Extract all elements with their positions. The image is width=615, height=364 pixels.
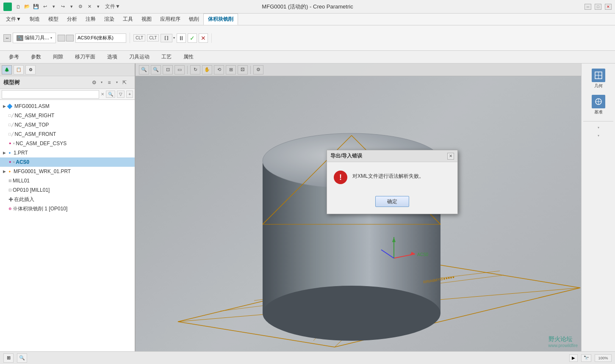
view-icon-1[interactable]: ⟦⟧ [161,34,172,42]
plane-icon-2: □ [8,123,11,127]
toolbar-label: 文件▼ [103,3,120,10]
search-input[interactable] [2,90,99,99]
menu-manufacture[interactable]: 制造 [25,14,44,25]
dialog-ok-button[interactable]: 确定 [375,196,409,207]
plane-icon-1: □ [8,113,11,118]
tab-clearance[interactable]: 间隙 [47,52,69,62]
redo-dropdown-icon[interactable]: ▾ [68,3,75,11]
minimize-button[interactable]: ─ [585,4,591,10]
panel-tab-misc[interactable]: ⚙ [25,65,36,74]
panel-columns-icon[interactable]: ≡ [104,78,114,87]
tree-item-nc-front[interactable]: □ ╱ NC_ASM_FRONT [0,130,135,139]
panel-settings-icon[interactable]: ⚙ [89,78,99,87]
datum-button[interactable]: 基准 [590,93,607,117]
status-search-icon[interactable]: 🔍 [17,353,27,363]
panel-tab-tree[interactable]: 🌲 [2,65,12,74]
panel-settings-dropdown[interactable]: ▾ [101,80,102,84]
tree-item-nc-def-label: NC_ASM_DEF_CSYS [16,141,66,146]
tree-item-nc-right[interactable]: □ ╱ NC_ASM_RIGHT [0,111,135,120]
dialog-close-button[interactable]: ✕ [447,153,454,160]
tab-tool-motion[interactable]: 刀具运动 [124,52,155,62]
title-bar: 🗋 📂 💾 ↩ ▾ ↪ ▾ ⚙ ✕ ▾ 文件▼ MFG0001 (活动的) - … [0,0,615,14]
new-icon[interactable]: 🗋 [14,3,22,11]
filter-icon[interactable]: ▽ [117,91,125,98]
tab-process[interactable]: 工艺 [156,52,177,62]
x-icon-2: × [13,160,15,164]
tree-item-wrk[interactable]: ▶ 🔸 MFG0001_WRK_01.PRT [0,167,135,176]
clot-icon[interactable]: CLT [133,34,145,41]
tree-item-nc-def[interactable]: ✦ × NC_ASM_DEF_CSYS [0,139,135,148]
search-icon[interactable]: 🔍 [106,91,115,98]
expand-icon[interactable]: ▶ [2,104,7,108]
menu-render[interactable]: 渲染 [100,14,119,25]
tool-icons-group [58,35,74,41]
tree-item-insert[interactable]: ➕ 在此插入 [0,195,135,204]
menu-model[interactable]: 模型 [44,14,63,25]
tab-params[interactable]: 参数 [25,52,47,62]
panel-expand-icon[interactable]: ⇱ [119,78,130,87]
panel-tab-bar: 🌲 📋 ⚙ [0,63,135,76]
menu-view[interactable]: 视图 [137,14,156,25]
panel-title: 模型树 [3,79,85,86]
clot2-icon[interactable]: CLT [147,34,159,41]
tree-item-acs0[interactable]: ✦ × ACS0 [0,157,135,167]
tree-item-nc-top[interactable]: □ ╱ NC_ASM_TOP [0,120,135,130]
panel-columns-dropdown[interactable]: ▾ [116,80,118,84]
tab-options[interactable]: 选项 [102,52,123,62]
redo-icon[interactable]: ↪ [59,3,66,11]
menu-file[interactable]: 文件▼ [2,14,25,25]
expand-icon-wrk[interactable]: ▶ [2,169,7,174]
rp-dropdown-1[interactable]: ▾ [598,126,599,130]
tools-icon[interactable]: ⚙ [77,3,84,11]
menu-apps[interactable]: 应用程序 [156,14,185,25]
menu-vol-mill[interactable]: 体积块铣削 [203,14,238,25]
open-icon[interactable]: 📂 [23,3,31,11]
menu-tools[interactable]: 工具 [119,14,137,25]
maximize-button[interactable]: □ [595,4,601,10]
add-icon[interactable]: + [126,91,133,98]
zoom-display[interactable]: 100% [595,354,612,362]
tree-item-mill01[interactable]: ⊞ MILL01 [0,176,135,185]
tree-item-volmill[interactable]: ⊛ ※体积块铣削 1 [OP010] [0,204,135,213]
rp-dropdown-2[interactable]: ▾ [598,134,599,138]
window-controls: ─ □ ✕ [585,4,612,10]
close-button[interactable]: ✕ [605,4,612,10]
undo-icon[interactable]: ↩ [41,3,49,11]
tree-item-root[interactable]: ▶ 🔷 MFG0001.ASM [0,102,135,111]
close-x-icon[interactable]: ✕ [86,3,93,11]
edit-tool-button[interactable]: 🔧 编辑刀具... ▾ [13,33,56,43]
binoculars-icon[interactable]: 🔭 [581,354,591,362]
dropdown-icon[interactable]: ▾ [94,3,102,11]
status-grid-icon[interactable]: ⊞ [3,353,14,363]
tab-tool-plane[interactable]: 移刀平面 [69,52,101,62]
play-icon[interactable]: ▶ [569,354,578,362]
expand-icon-prt[interactable]: ▶ [2,151,7,155]
coord-input[interactable] [75,33,126,43]
tree-item-volmill-label: ※体积块铣削 1 [OP010] [13,205,67,212]
search-clear-icon[interactable]: ✕ [101,92,104,97]
panel-tab-layers[interactable]: 📋 [14,65,24,74]
undo-dropdown-icon[interactable]: ▾ [50,3,58,11]
menu-mill[interactable]: 铣削 [185,14,203,25]
save-icon[interactable]: 💾 [32,3,40,11]
menu-analysis[interactable]: 分析 [63,14,81,25]
panel-search: ✕ 🔍 ▽ + [0,89,135,100]
clot-group: CLT CLT ⟦⟧ ▾ ⏸ ✓ ✕ [133,33,212,43]
tree-item-prt1[interactable]: ▶ 🔹 1.PRT [0,148,135,157]
tool-icon-1[interactable] [58,35,65,41]
cancel-button[interactable]: ✕ [199,33,208,43]
accept-button[interactable]: ✓ [188,33,197,43]
tool-icon: 🔧 [17,35,23,41]
tree-item-op010-label: OP010 [MILL01] [13,187,50,193]
edit-tool-dropdown[interactable]: ▾ [50,36,52,40]
menu-annotation[interactable]: 注释 [81,14,100,25]
tab-properties[interactable]: 属性 [178,52,199,62]
tool-icon-2[interactable] [66,35,74,41]
tab-reference[interactable]: 参考 [3,52,25,62]
csys-icon-2: ✦ [8,160,12,164]
tree-item-op010[interactable]: ⊡ OP010 [MILL01] [0,185,135,195]
geom-button[interactable]: 几何 [590,67,607,91]
dropdown-arrow-2[interactable]: ▾ [173,36,175,40]
error-dialog: 导出/导入错误 ✕ ! 对XML文件进行语法解析失败。 确定 [327,150,458,214]
pause-button[interactable]: ⏸ [177,33,186,43]
